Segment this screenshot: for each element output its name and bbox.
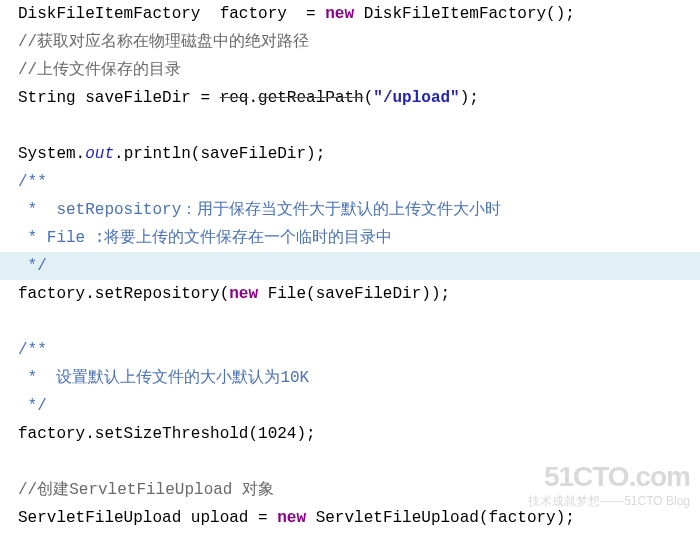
code-line: [0, 308, 700, 336]
code-text: DiskFileItemFactory factory =: [18, 5, 325, 23]
code-text: ServletFileUpload upload =: [18, 509, 277, 527]
code-text: factory.setRepository(: [18, 285, 229, 303]
code-text: (: [364, 89, 374, 107]
javadoc-end: */: [18, 257, 47, 275]
code-line: /**: [0, 168, 700, 196]
code-text: .println(saveFileDir);: [114, 145, 325, 163]
javadoc-end: */: [18, 397, 47, 415]
code-line: /**: [0, 336, 700, 364]
code-text: System.: [18, 145, 85, 163]
code-line: //获取对应名称在物理磁盘中的绝对路径: [0, 28, 700, 56]
code-line: * 设置默认上传文件的大小默认为10K: [0, 364, 700, 392]
javadoc-start: /**: [18, 173, 47, 191]
code-text: String saveFileDir =: [18, 89, 220, 107]
code-text: factory.setSizeThreshold(1024);: [18, 425, 316, 443]
javadoc-text: * 设置默认上传文件的大小默认为10K: [18, 369, 309, 387]
code-text: File(saveFileDir));: [258, 285, 450, 303]
code-line: DiskFileItemFactory factory = new DiskFi…: [0, 0, 700, 28]
code-line: factory.setSizeThreshold(1024);: [0, 420, 700, 448]
comment: //上传文件保存的目录: [18, 61, 181, 79]
string-literal: "/upload": [373, 89, 459, 107]
code-line: //上传文件保存的目录: [0, 56, 700, 84]
code-line-highlighted: */: [0, 252, 700, 280]
comment: //获取对应名称在物理磁盘中的绝对路径: [18, 33, 309, 51]
code-line: * setRepository：用于保存当文件大于默认的上传文件大小时: [0, 196, 700, 224]
code-text: ServletFileUpload(factory);: [306, 509, 575, 527]
code-line: System.out.println(saveFileDir);: [0, 140, 700, 168]
comment: //创建ServletFileUpload 对象: [18, 481, 274, 499]
code-line: */: [0, 392, 700, 420]
code-line: * File :将要上传的文件保存在一个临时的目录中: [0, 224, 700, 252]
code-line: //创建ServletFileUpload 对象: [0, 476, 700, 504]
javadoc-text: * setRepository：用于保存当文件大于默认的上传文件大小时: [18, 201, 501, 219]
javadoc-text: * File :将要上传的文件保存在一个临时的目录中: [18, 229, 392, 247]
code-line: factory.setRepository(new File(saveFileD…: [0, 280, 700, 308]
static-field: out: [85, 145, 114, 163]
deprecated-method: getRealPath: [258, 89, 364, 107]
keyword-new: new: [229, 285, 258, 303]
code-text: DiskFileItemFactory();: [354, 5, 575, 23]
keyword-new: new: [325, 5, 354, 23]
code-text: .: [248, 89, 258, 107]
code-line: [0, 448, 700, 476]
keyword-new: new: [277, 509, 306, 527]
code-text: );: [460, 89, 479, 107]
deprecated-var: req: [220, 89, 249, 107]
code-line: ServletFileUpload upload = new ServletFi…: [0, 504, 700, 532]
javadoc-start: /**: [18, 341, 47, 359]
code-line: String saveFileDir = req.getRealPath("/u…: [0, 84, 700, 112]
code-line: [0, 112, 700, 140]
